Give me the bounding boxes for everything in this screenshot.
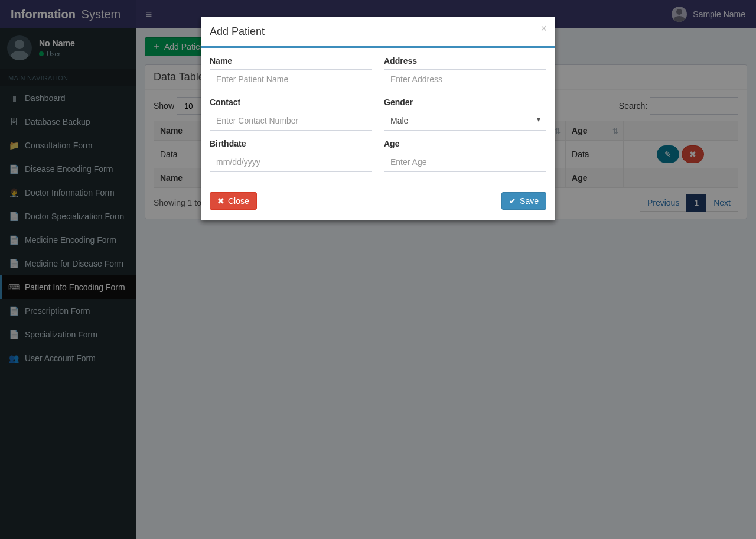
address-label: Address bbox=[384, 56, 546, 66]
birthdate-input[interactable] bbox=[210, 152, 372, 172]
contact-label: Contact bbox=[210, 98, 372, 107]
add-patient-modal: Add Patient × Name Address Contact Gende… bbox=[201, 17, 555, 220]
age-label: Age bbox=[384, 139, 546, 148]
modal-save-button[interactable]: Save bbox=[501, 192, 546, 210]
gender-label: Gender bbox=[384, 98, 546, 107]
contact-input[interactable] bbox=[210, 111, 372, 131]
address-input[interactable] bbox=[384, 69, 546, 89]
modal-close-button[interactable]: Close bbox=[210, 192, 257, 210]
gender-select[interactable]: Male bbox=[384, 111, 546, 131]
birthdate-label: Birthdate bbox=[210, 139, 372, 148]
check-icon bbox=[509, 196, 516, 206]
name-input[interactable] bbox=[210, 69, 372, 89]
close-icon bbox=[217, 196, 224, 206]
modal-title: Add Patient bbox=[210, 25, 265, 37]
age-input[interactable] bbox=[384, 152, 546, 172]
modal-close-icon[interactable]: × bbox=[540, 22, 547, 35]
name-label: Name bbox=[210, 56, 372, 66]
